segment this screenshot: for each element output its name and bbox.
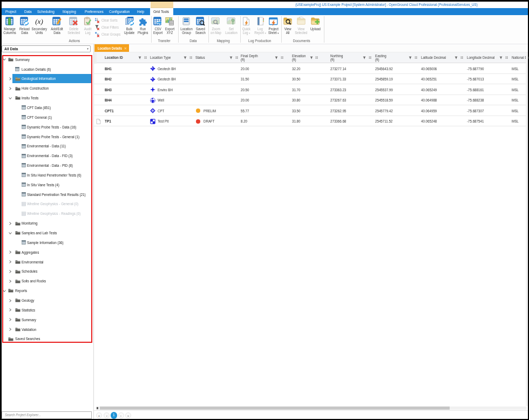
svg-text:(x): (x) bbox=[35, 17, 43, 25]
